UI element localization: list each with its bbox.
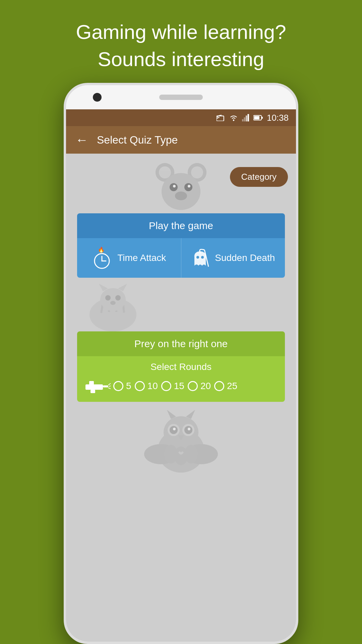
round-label-20: 20	[200, 381, 211, 391]
status-time: 10:38	[267, 113, 289, 123]
time-attack-label: Time Attack	[117, 253, 166, 263]
round-option-20[interactable]: 20	[188, 381, 211, 391]
time-attack-option[interactable]: 🔥 Time Attack	[77, 238, 181, 278]
svg-point-19	[175, 192, 187, 200]
wifi-icon	[229, 114, 238, 121]
round-label-10: 10	[147, 381, 158, 391]
app-bar-title: Select Quiz Type	[97, 134, 178, 146]
battery-icon	[253, 115, 263, 120]
svg-point-56	[188, 428, 190, 430]
round-label-5: 5	[126, 381, 131, 391]
play-section-options: 🔥 Time Attack	[77, 238, 285, 278]
svg-rect-3	[242, 119, 243, 121]
svg-point-36	[115, 295, 121, 301]
round-option-10[interactable]: 10	[135, 381, 158, 391]
svg-rect-4	[244, 117, 245, 121]
svg-rect-6	[247, 114, 249, 121]
round-radio-25[interactable]	[214, 381, 224, 391]
phone-top-bar	[66, 85, 296, 109]
round-option-25[interactable]: 25	[214, 381, 237, 391]
middle-animals	[66, 278, 296, 331]
sudden-death-icon	[191, 247, 209, 269]
koala-svg	[151, 160, 211, 213]
svg-point-17	[173, 185, 176, 187]
svg-rect-8	[254, 116, 259, 119]
svg-line-44	[108, 388, 111, 389]
svg-rect-41	[90, 390, 95, 393]
svg-line-43	[109, 386, 111, 386]
prey-section-header: Prey on the right one	[77, 331, 285, 356]
tiger-decoration	[76, 278, 150, 331]
app-content: Category	[66, 154, 296, 642]
status-bar: 10:38	[66, 109, 296, 126]
prey-section: Prey on the right one Select Rounds	[77, 331, 285, 402]
svg-point-32	[100, 288, 126, 311]
round-option-15[interactable]: 15	[161, 381, 184, 391]
svg-rect-40	[103, 385, 108, 387]
svg-rect-5	[246, 115, 247, 121]
round-radio-20[interactable]	[188, 381, 198, 391]
gun-icon	[84, 378, 111, 394]
svg-line-42	[108, 383, 111, 385]
signal-icon	[242, 114, 249, 121]
play-section-header: Play the game	[77, 213, 285, 238]
time-attack-icon: 🔥	[92, 247, 112, 269]
svg-point-2	[233, 119, 234, 121]
svg-point-24	[196, 256, 199, 259]
svg-point-25	[201, 256, 204, 259]
page-header: Gaming while learning? Sounds interestin…	[49, 0, 313, 83]
svg-text:🔥: 🔥	[98, 247, 105, 253]
sudden-death-label: Sudden Death	[215, 252, 275, 264]
play-section: Play the game 🔥	[77, 213, 285, 278]
bottom-animal-decoration	[66, 402, 296, 642]
svg-rect-39	[89, 381, 94, 385]
round-label-15: 15	[174, 381, 184, 391]
owl-decoration	[137, 407, 225, 474]
svg-rect-9	[262, 117, 263, 119]
select-rounds-label: Select Rounds	[84, 362, 278, 372]
cast-icon	[217, 114, 225, 121]
round-label-25: 25	[227, 381, 237, 391]
rounds-row: 5 10 15 20	[84, 378, 278, 394]
svg-point-35	[105, 295, 111, 301]
phone-device: 10:38 ← Select Quiz Type Category	[64, 83, 298, 644]
back-button[interactable]: ←	[75, 133, 88, 147]
front-camera	[93, 93, 102, 102]
svg-point-11	[159, 166, 171, 178]
app-bar: ← Select Quiz Type	[66, 126, 296, 154]
svg-rect-38	[85, 384, 103, 390]
round-radio-5[interactable]	[113, 381, 123, 391]
svg-point-1	[217, 120, 217, 121]
svg-point-37	[110, 301, 116, 305]
round-option-5[interactable]: 5	[113, 381, 131, 391]
round-radio-15[interactable]	[161, 381, 171, 391]
svg-point-18	[188, 185, 190, 187]
prey-section-body: Select Rounds	[77, 356, 285, 402]
svg-point-55	[173, 428, 176, 430]
svg-point-13	[191, 166, 203, 178]
round-radio-10[interactable]	[135, 381, 145, 391]
sudden-death-option[interactable]: Sudden Death	[181, 238, 285, 278]
svg-point-60	[184, 445, 198, 464]
category-button[interactable]: Category	[230, 167, 288, 187]
speaker-grille	[159, 95, 203, 100]
